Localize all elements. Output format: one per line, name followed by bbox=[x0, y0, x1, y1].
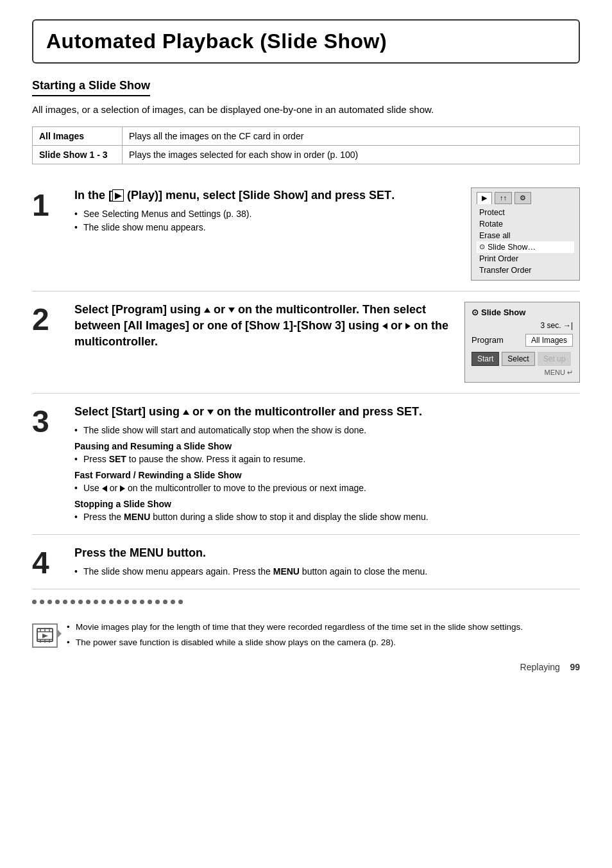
camera-menu-slideshow: ⊙ Slide Show… bbox=[477, 241, 574, 253]
step-4-number: 4 bbox=[32, 545, 64, 578]
dot bbox=[124, 600, 129, 604]
menu-key-close: MENU bbox=[273, 566, 300, 577]
dot bbox=[55, 600, 60, 604]
dot bbox=[78, 600, 83, 604]
step-1-bullet-1: See Selecting Menus and Settings (p. 38)… bbox=[74, 207, 461, 221]
dot bbox=[63, 600, 67, 604]
step-3: 3 Select [Start] using or on the multico… bbox=[32, 394, 580, 535]
fastforward-heading: Fast Forward / Rewinding a Slide Show bbox=[74, 470, 580, 480]
step3-tri-up bbox=[183, 410, 189, 415]
dot bbox=[155, 600, 160, 604]
notes-list: Movie images play for the length of time… bbox=[67, 621, 580, 652]
triangle-up-icon bbox=[204, 308, 210, 313]
setup-button[interactable]: Set up bbox=[538, 352, 572, 366]
dot bbox=[71, 600, 75, 604]
camera-tab-settings: ↑↑ bbox=[495, 192, 512, 204]
dot bbox=[101, 600, 106, 604]
intro-text: All images, or a selection of images, ca… bbox=[32, 103, 580, 117]
table-row: All Images Plays all the images on the C… bbox=[33, 126, 580, 145]
step-3-title: Select [Start] using or on the multicont… bbox=[74, 404, 580, 420]
step-3-content: Select [Start] using or on the multicont… bbox=[74, 404, 580, 524]
dot bbox=[86, 600, 90, 604]
step-2: 2 Select [Program] using or on the multi… bbox=[32, 291, 580, 394]
step3-set-key: SET bbox=[396, 405, 419, 418]
table-desc-slideshow: Plays the images selected for each show … bbox=[123, 145, 580, 164]
program-label: Program bbox=[472, 335, 504, 345]
slideshow-icon: ⊙ bbox=[479, 243, 485, 251]
step-3-number: 3 bbox=[32, 404, 64, 524]
note-2: The power save function is disabled whil… bbox=[67, 636, 580, 649]
notes-section: Movie images play for the length of time… bbox=[32, 616, 580, 652]
table-row: Slide Show 1 - 3 Plays the images select… bbox=[33, 145, 580, 164]
dot bbox=[171, 600, 175, 604]
film-icon bbox=[36, 627, 54, 644]
program-value: All Images bbox=[525, 334, 573, 347]
dot bbox=[40, 600, 44, 604]
camera-tab-play: ▶ bbox=[477, 192, 492, 204]
note-icon bbox=[32, 623, 58, 648]
step-4: 4 Press the MENU button. The slide show … bbox=[32, 535, 580, 589]
dot bbox=[94, 600, 98, 604]
triangle-down-icon bbox=[228, 308, 235, 313]
step-4-bullet: The slide show menu appears again. Press… bbox=[74, 565, 580, 578]
step-1: 1 In the [▶ (Play)] menu, select [Slide … bbox=[32, 177, 580, 291]
fastforward-bullet: Use or on the multicontroller to move to… bbox=[74, 482, 580, 495]
pausing-bullets: Press SET to pause the show. Press it ag… bbox=[74, 453, 580, 466]
step-2-number: 2 bbox=[32, 302, 64, 383]
table-label-slideshow: Slide Show 1 - 3 bbox=[33, 145, 123, 164]
table-label-all-images: All Images bbox=[33, 126, 123, 145]
footer-page-number: 99 bbox=[570, 662, 580, 672]
dots-row bbox=[32, 600, 580, 604]
camera-menu-erase: Erase all bbox=[477, 230, 574, 241]
camera-tab-tools: ⚙ bbox=[514, 192, 531, 204]
step-1-bullet-2: The slide show menu appears. bbox=[74, 221, 461, 234]
page-title: Automated Playback (Slide Show) bbox=[46, 30, 566, 53]
section-heading: Starting a Slide Show bbox=[32, 79, 150, 96]
svg-marker-9 bbox=[42, 634, 48, 638]
pausing-bullet: Press SET to pause the show. Press it ag… bbox=[74, 453, 580, 466]
set-key-pause: SET bbox=[109, 454, 126, 464]
dot bbox=[163, 600, 167, 604]
slideshow-icon-small: ⊙ bbox=[472, 308, 479, 317]
step-2-slideshow-screen: ⊙ ⊙ Slide Show Slide Show 3 sec. →| Prog… bbox=[464, 302, 580, 383]
note-1: Movie images play for the length of time… bbox=[67, 621, 580, 634]
dot bbox=[148, 600, 152, 604]
camera-menu-protect: Protect bbox=[477, 207, 574, 218]
stopping-bullet: Press the MENU button during a slide sho… bbox=[74, 510, 580, 524]
menu-key-stop: MENU bbox=[124, 512, 150, 522]
camera-menu-list: Protect Rotate Erase all ⊙ Slide Show… P… bbox=[477, 207, 574, 276]
dot bbox=[132, 600, 137, 604]
fastforward-bullets: Use or on the multicontroller to move to… bbox=[74, 482, 580, 495]
slideshow-program-row: Program All Images bbox=[472, 334, 573, 347]
menu-back-button: MENU ↵ bbox=[472, 369, 573, 377]
dot bbox=[109, 600, 114, 604]
step-1-number: 1 bbox=[32, 187, 64, 281]
step-2-content: Select [Program] using or on the multico… bbox=[74, 302, 454, 354]
page-title-box: Automated Playback (Slide Show) bbox=[32, 19, 580, 64]
select-button[interactable]: Select bbox=[502, 352, 534, 366]
step-1-camera-screen: ▶ ↑↑ ⚙ Protect Rotate Erase all ⊙ Slide … bbox=[471, 187, 580, 281]
camera-menu-rotate: Rotate bbox=[477, 218, 574, 230]
stopping-heading: Stopping a Slide Show bbox=[74, 499, 580, 509]
page-footer: Replaying 99 bbox=[32, 662, 580, 672]
step-3-bullet-1: The slide show will start and automatica… bbox=[74, 424, 580, 437]
step-1-bullets: See Selecting Menus and Settings (p. 38)… bbox=[74, 207, 461, 234]
step-1-content: In the [▶ (Play)] menu, select [Slide Sh… bbox=[74, 187, 461, 234]
play-icon-box: ▶ bbox=[112, 189, 124, 202]
dot bbox=[140, 600, 144, 604]
dot bbox=[47, 600, 52, 604]
ff-tri-right bbox=[120, 485, 125, 492]
dot bbox=[178, 600, 183, 604]
step-2-title: Select [Program] using or on the multico… bbox=[74, 302, 454, 351]
start-button[interactable]: Start bbox=[472, 352, 499, 366]
dot bbox=[117, 600, 121, 604]
dot bbox=[32, 600, 37, 604]
step-4-bullets: The slide show menu appears again. Press… bbox=[74, 565, 580, 578]
step-4-content: Press the MENU button. The slide show me… bbox=[74, 545, 580, 578]
stopping-bullets: Press the MENU button during a slide sho… bbox=[74, 510, 580, 524]
table-desc-all-images: Plays all the images on the CF card in o… bbox=[123, 126, 580, 145]
slideshow-screen-title: ⊙ ⊙ Slide Show Slide Show bbox=[472, 308, 573, 317]
slideshow-buttons: Start Select Set up bbox=[472, 352, 573, 366]
camera-menu-print: Print Order bbox=[477, 253, 574, 265]
step-3-bullets: The slide show will start and automatica… bbox=[74, 424, 580, 437]
